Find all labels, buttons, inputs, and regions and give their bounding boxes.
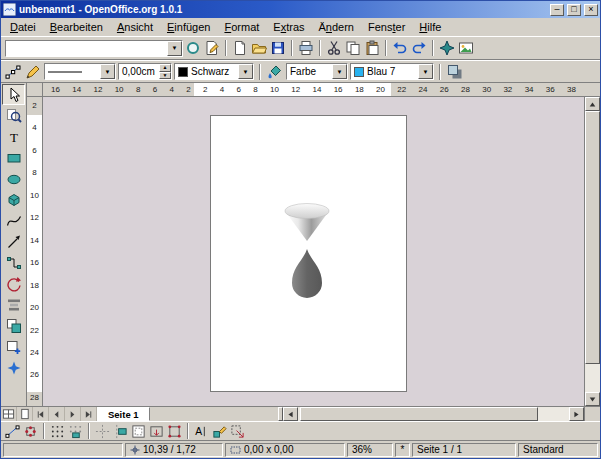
snap-to-grid-toggle[interactable]	[67, 423, 84, 439]
first-page-button[interactable]	[33, 407, 49, 421]
combo-dropdown-icon[interactable]: ▼	[100, 64, 115, 79]
maximize-button[interactable]: □	[567, 4, 581, 16]
tool-rotate[interactable]	[2, 273, 25, 294]
open-button[interactable]	[250, 39, 268, 57]
edit-points-icon	[5, 424, 20, 439]
horizontal-scrollbar[interactable]	[283, 407, 584, 421]
tool-connector[interactable]	[2, 252, 25, 273]
show-guides-toggle[interactable]	[94, 423, 111, 439]
new-document-button[interactable]	[231, 39, 249, 57]
fill-color-combobox[interactable]: Blau 7 ▼	[350, 63, 434, 80]
tool-rectangle[interactable]	[2, 147, 25, 168]
tool-arrange[interactable]	[2, 315, 25, 336]
scroll-left-icon[interactable]	[283, 407, 298, 421]
drawing-canvas[interactable]	[43, 97, 584, 406]
tool-ellipse[interactable]	[2, 168, 25, 189]
combo-dropdown-icon[interactable]: ▼	[167, 41, 182, 56]
stop-loading-button[interactable]	[184, 39, 202, 57]
snap-to-guides-toggle[interactable]	[112, 423, 129, 439]
menu-item[interactable]: Ändern	[312, 19, 362, 35]
vertical-scroll-track[interactable]	[585, 111, 600, 392]
line-width-field[interactable]: 0,00cm ▲ ▼	[118, 63, 172, 80]
tool-zoom[interactable]	[2, 105, 25, 126]
status-size-field[interactable]: 0,00 x 0,00	[225, 443, 345, 457]
spin-down-icon[interactable]: ▼	[159, 72, 171, 80]
status-zoom-field[interactable]: 36%	[347, 443, 393, 457]
menu-item[interactable]: Ansicht	[110, 19, 160, 35]
url-input[interactable]	[6, 42, 167, 55]
exit-all-groups-button[interactable]	[229, 423, 246, 439]
glue-points-toggle[interactable]	[22, 423, 39, 439]
status-position-field[interactable]: 10,39 / 1,72	[125, 443, 223, 457]
combo-dropdown-icon[interactable]: ▼	[418, 64, 433, 79]
tool-lines-arrows[interactable]	[2, 231, 25, 252]
shadow-button[interactable]	[446, 63, 464, 81]
menu-item[interactable]: Fenster	[361, 19, 412, 35]
save-button[interactable]	[269, 39, 287, 57]
tool-curve[interactable]	[2, 210, 25, 231]
tool-text[interactable]: T	[2, 126, 25, 147]
previous-page-button[interactable]	[49, 407, 65, 421]
next-page-button[interactable]	[65, 407, 81, 421]
tool-insert[interactable]	[2, 336, 25, 357]
page[interactable]	[210, 115, 407, 392]
titlebar[interactable]: unbenannt1 - OpenOffice.org 1.0.1 – □ ×	[1, 1, 600, 18]
line-button[interactable]	[24, 63, 42, 81]
close-button[interactable]: ×	[584, 4, 598, 16]
tool-effects[interactable]	[2, 357, 25, 378]
menu-item[interactable]: Bearbeiten	[43, 19, 110, 35]
edit-points-toggle[interactable]	[4, 423, 21, 439]
modify-attributes-toggle[interactable]	[211, 423, 228, 439]
status-template-field[interactable]: Standard	[518, 443, 598, 457]
line-color-combobox[interactable]: Schwarz ▼	[174, 63, 254, 80]
edit-file-button[interactable]	[203, 39, 221, 57]
quick-edit-toggle[interactable]: A	[193, 423, 210, 439]
snap-to-margins-toggle[interactable]	[130, 423, 147, 439]
menu-item[interactable]: Format	[217, 19, 266, 35]
url-combobox[interactable]: ▼	[5, 40, 183, 57]
edit-points-button[interactable]	[4, 63, 22, 81]
print-button[interactable]	[297, 39, 315, 57]
tab-seite-1[interactable]: Seite 1	[97, 407, 150, 421]
scroll-right-icon[interactable]	[569, 407, 584, 421]
grid-view-button[interactable]	[1, 407, 17, 421]
combo-dropdown-icon[interactable]: ▼	[332, 64, 347, 79]
menu-item[interactable]: Einfügen	[160, 19, 217, 35]
status-page-field[interactable]: Seite 1 / 1	[412, 443, 516, 457]
menu-item[interactable]: Datei	[3, 19, 43, 35]
cut-button[interactable]	[325, 39, 343, 57]
show-grid-toggle[interactable]	[49, 423, 66, 439]
navigator-button[interactable]	[438, 39, 456, 57]
spin-up-icon[interactable]: ▲	[159, 64, 171, 72]
paste-button[interactable]	[363, 39, 381, 57]
tool-3d-objects[interactable]	[2, 189, 25, 210]
snap-to-points-toggle[interactable]	[166, 423, 183, 439]
effects-star-icon	[6, 360, 22, 376]
vertical-scroll-thumb[interactable]	[585, 111, 600, 364]
vertical-scrollbar[interactable]	[584, 97, 600, 406]
scroll-down-icon[interactable]	[585, 392, 600, 406]
scroll-up-icon[interactable]	[585, 97, 600, 111]
horizontal-scroll-thumb[interactable]	[300, 407, 539, 421]
horizontal-ruler[interactable]: 1614121086422468101214161820222426283032…	[43, 83, 584, 97]
last-page-button[interactable]	[81, 407, 97, 421]
horizontal-scroll-track[interactable]	[298, 407, 569, 421]
tool-select[interactable]	[2, 84, 25, 105]
tool-alignment[interactable]	[2, 294, 25, 315]
combo-dropdown-icon[interactable]: ▼	[238, 64, 253, 79]
undo-button[interactable]	[391, 39, 409, 57]
gallery-button[interactable]	[457, 39, 475, 57]
menu-item[interactable]: Extras	[266, 19, 311, 35]
snap-to-border-toggle[interactable]	[148, 423, 165, 439]
copy-button[interactable]	[344, 39, 362, 57]
line-style-combobox[interactable]: ▼	[44, 63, 116, 80]
redo-button[interactable]	[410, 39, 428, 57]
paste-icon	[364, 40, 380, 56]
page-view-button[interactable]	[17, 407, 33, 421]
minimize-button[interactable]: –	[550, 4, 564, 16]
menu-item[interactable]: Hilfe	[412, 19, 448, 35]
area-style-button[interactable]	[266, 63, 284, 81]
fill-style-combobox[interactable]: Farbe ▼	[286, 63, 348, 80]
vertical-ruler[interactable]: 246810121416182022242628	[27, 97, 43, 406]
funnel-drop-shape[interactable]	[278, 201, 336, 306]
